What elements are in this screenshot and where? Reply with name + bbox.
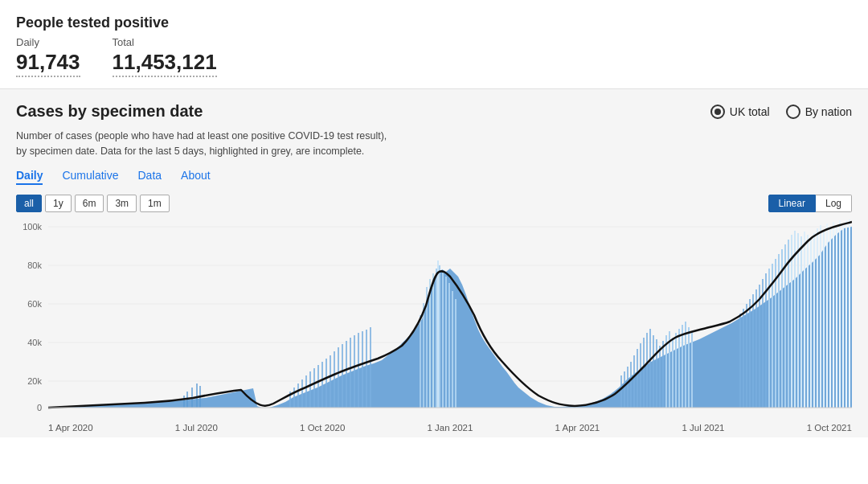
svg-rect-32 (350, 338, 351, 408)
total-value: 11,453,121 (113, 50, 217, 77)
scale-btn-log[interactable]: Log (816, 195, 852, 212)
svg-rect-46 (442, 271, 444, 408)
svg-rect-51 (620, 375, 622, 408)
chart-area: 100k 80k 60k 40k 20k 0 (16, 219, 852, 420)
svg-rect-20 (301, 379, 303, 408)
svg-rect-23 (313, 368, 315, 408)
svg-rect-81 (762, 279, 764, 408)
chart-title: Cases by specimen date (16, 102, 203, 121)
daily-label: Daily (16, 36, 80, 48)
time-btn-1m[interactable]: 1m (140, 195, 170, 212)
svg-rect-45 (439, 265, 440, 408)
svg-rect-53 (627, 367, 628, 408)
daily-value: 91,743 (16, 50, 80, 77)
svg-rect-39 (423, 303, 424, 408)
page-title: People tested positive (16, 14, 852, 31)
top-section: People tested positive Daily 91,743 Tota… (0, 0, 868, 89)
svg-rect-55 (633, 355, 635, 408)
tab-daily[interactable]: Daily (16, 169, 43, 185)
svg-rect-95 (807, 235, 809, 408)
svg-rect-76 (746, 304, 747, 408)
scale-buttons: Linear Log (768, 195, 852, 212)
svg-rect-96 (810, 239, 812, 408)
svg-rect-30 (342, 344, 343, 408)
time-btn-6m[interactable]: 6m (75, 195, 104, 212)
svg-rect-38 (420, 315, 421, 408)
chart-svg: 100k 80k 60k 40k 20k 0 (16, 219, 852, 420)
svg-rect-102 (829, 227, 831, 408)
svg-rect-93 (800, 236, 802, 408)
svg-rect-89 (788, 240, 789, 408)
x-label-apr2021: 1 Apr 2021 (555, 423, 600, 433)
svg-rect-43 (436, 269, 437, 408)
svg-rect-15 (196, 384, 198, 408)
tab-about[interactable]: About (181, 169, 211, 185)
svg-rect-34 (358, 333, 359, 408)
total-stat: Total 11,453,121 (113, 36, 217, 77)
desc-line2: by specimen date. Data for the last 5 da… (16, 146, 364, 157)
radio-label-nation: By nation (805, 105, 852, 118)
svg-rect-60 (649, 329, 651, 408)
daily-stat: Daily 91,743 (16, 36, 80, 77)
tab-cumulative[interactable]: Cumulative (62, 169, 118, 185)
svg-rect-97 (813, 233, 815, 408)
svg-rect-52 (624, 371, 625, 408)
x-label-jul2020: 1 Jul 2020 (175, 423, 218, 433)
svg-text:100k: 100k (23, 222, 42, 232)
svg-rect-41 (429, 279, 431, 408)
svg-rect-74 (739, 314, 741, 408)
x-axis-labels: 1 Apr 2020 1 Jul 2020 1 Oct 2020 1 Jan 2… (16, 420, 852, 437)
svg-rect-67 (672, 338, 674, 408)
svg-rect-50 (455, 299, 457, 408)
svg-text:80k: 80k (27, 260, 42, 270)
chart-section: Cases by specimen date UK total By natio… (0, 89, 868, 437)
desc-line1: Number of cases (people who have had at … (16, 130, 387, 142)
svg-text:60k: 60k (27, 299, 42, 309)
svg-rect-35 (362, 331, 363, 408)
radio-by-nation[interactable]: By nation (786, 105, 852, 119)
svg-rect-78 (752, 294, 754, 408)
svg-rect-106 (842, 224, 844, 408)
svg-rect-72 (688, 327, 690, 408)
svg-rect-62 (656, 339, 657, 408)
svg-rect-94 (804, 232, 805, 408)
chart-header: Cases by specimen date UK total By natio… (16, 102, 852, 121)
svg-rect-48 (448, 283, 450, 408)
time-buttons: all 1y 6m 3m 1m (16, 195, 170, 212)
svg-rect-90 (791, 235, 792, 408)
radio-circle-nation (786, 105, 800, 119)
radio-label-uk: UK total (730, 105, 770, 118)
svg-rect-64 (662, 341, 664, 408)
x-label-jan2021: 1 Jan 2021 (428, 423, 473, 433)
tab-data[interactable]: Data (138, 169, 162, 185)
x-label-oct2021: 1 Oct 2021 (807, 423, 852, 433)
scale-btn-linear[interactable]: Linear (768, 195, 816, 212)
svg-rect-18 (293, 388, 295, 408)
svg-rect-24 (317, 365, 319, 408)
svg-rect-27 (330, 355, 331, 408)
svg-rect-56 (637, 349, 638, 408)
radio-group: UK total By nation (710, 105, 852, 119)
svg-rect-57 (640, 343, 641, 408)
time-btn-all[interactable]: all (16, 195, 42, 212)
svg-rect-68 (675, 333, 677, 408)
svg-text:40k: 40k (27, 338, 42, 347)
svg-rect-59 (646, 333, 648, 408)
svg-rect-63 (659, 346, 661, 408)
svg-text:20k: 20k (27, 376, 42, 386)
x-label-jul2021: 1 Jul 2021 (682, 423, 724, 433)
svg-rect-98 (817, 228, 818, 408)
time-btn-1y[interactable]: 1y (45, 195, 72, 212)
stats-row: Daily 91,743 Total 11,453,121 (16, 36, 852, 77)
time-btn-3m[interactable]: 3m (107, 195, 137, 212)
radio-uk-total[interactable]: UK total (710, 105, 770, 119)
svg-rect-70 (682, 325, 683, 408)
svg-rect-58 (643, 338, 645, 408)
svg-rect-19 (297, 384, 299, 408)
svg-rect-80 (759, 285, 760, 408)
svg-rect-99 (820, 225, 821, 408)
svg-rect-31 (346, 341, 347, 408)
svg-rect-29 (338, 347, 339, 408)
svg-rect-42 (432, 273, 434, 408)
tabs-row: Daily Cumulative Data About (16, 169, 852, 185)
